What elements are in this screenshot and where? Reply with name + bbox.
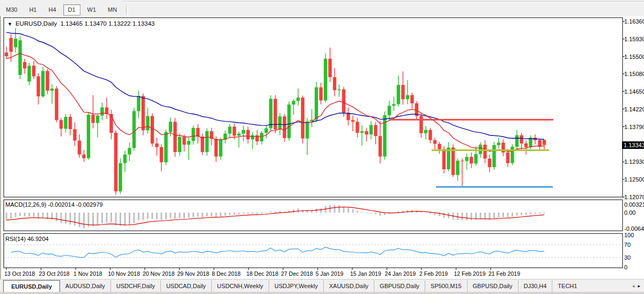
chart-symbol-label: EURUSD,Daily	[16, 20, 57, 27]
date-axis[interactable]: 13 Oct 201823 Oct 20181 Nov 201810 Nov 2…	[0, 269, 622, 279]
timeframe-button-h4[interactable]: H4	[43, 4, 61, 16]
date-axis-label: 10 Nov 2018	[108, 270, 140, 277]
chart-tab-tech1[interactable]: TECH1	[552, 280, 582, 292]
candle-body	[123, 154, 127, 163]
timeframe-button-h1[interactable]: H1	[24, 4, 41, 16]
candle-body	[82, 154, 85, 158]
timeframe-button-m30[interactable]: M30	[1, 4, 22, 16]
candle-body	[410, 95, 413, 103]
candle-body	[283, 116, 286, 138]
candle-body	[470, 157, 473, 163]
candle-body	[109, 114, 113, 133]
chart-tab-usdcad-daily[interactable]: USDCAD,Daily	[160, 280, 211, 292]
chart-tab-usdcnh-weekly[interactable]: USDCNH,Weekly	[211, 280, 269, 292]
candle-body	[169, 122, 172, 132]
candle-body	[137, 96, 140, 111]
chart-tab-gbpusd-daily[interactable]: GBPUSD,Daily	[467, 280, 518, 292]
timeframe-toolbar: M30H1H4D1W1MN	[0, 3, 644, 17]
candle-body	[164, 132, 167, 162]
candle-body	[360, 131, 364, 133]
chart-window: ▼EURUSD,Daily 1.13465 1.13470 1.13222 1.…	[0, 16, 644, 279]
price-axis-label: 1.15500	[624, 54, 644, 60]
date-axis-label: 12 Feb 2019	[454, 270, 486, 277]
candle-body	[73, 129, 76, 140]
chart-tab-sp500-m15[interactable]: SP500,M15	[425, 280, 467, 292]
candle-body	[255, 135, 258, 141]
candle-body	[78, 140, 81, 154]
candle-body	[520, 135, 523, 144]
candle-body	[237, 134, 240, 136]
candle-body	[233, 127, 236, 136]
tabs-scroll-right-icon[interactable]: ▸	[636, 283, 642, 289]
timeframe-button-mn[interactable]: MN	[103, 4, 122, 16]
chart-tab-xauusd-daily[interactable]: XAUUSD,Daily	[323, 280, 374, 292]
price-axis-label: 1.14220	[624, 106, 644, 112]
chart-canvas[interactable]	[1, 16, 644, 294]
rsi-line	[11, 247, 545, 258]
chart-tab-dj30-h4[interactable]: DJ30,H4	[518, 280, 552, 292]
toolbar-groove	[122, 1, 644, 2]
chart-title: ▼EURUSD,Daily 1.13465 1.13470 1.13222 1.…	[8, 20, 155, 27]
candle-body	[87, 115, 90, 158]
tabs-scroll-left-icon[interactable]: ◂	[631, 283, 636, 289]
price-axis-label: 1.15080	[624, 71, 644, 77]
timeframe-button-d1[interactable]: D1	[63, 4, 80, 16]
candle-body	[23, 62, 26, 69]
date-axis-label: 8 Dec 2018	[212, 270, 241, 277]
chart-tab-audusd-daily[interactable]: AUDUSD,Daily	[60, 280, 110, 292]
candle-body	[319, 87, 322, 100]
candle-body	[451, 147, 455, 175]
date-axis-label: 15 Jan 2019	[350, 270, 381, 277]
timeframe-button-w1[interactable]: W1	[83, 4, 101, 16]
candle-body	[337, 89, 340, 91]
candle-body	[191, 128, 195, 141]
candle-body	[18, 40, 21, 75]
rsi-axis-label: 30	[624, 254, 631, 261]
candle-body	[146, 116, 149, 131]
candle-body	[142, 96, 145, 130]
candle-body	[128, 148, 131, 154]
price-axis-label: 1.12500	[624, 176, 644, 183]
candle-body	[100, 108, 103, 116]
chart-tabbar: EURUSD,DailyAUDUSD,DailyUSDCHF,DailyUSDC…	[0, 280, 644, 292]
candle-body	[442, 149, 446, 169]
date-axis-label: 23 Oct 2018	[39, 270, 70, 277]
date-axis-label: 13 Oct 2018	[4, 270, 35, 277]
candle-body	[351, 120, 354, 122]
date-axis-label: 18 Dec 2018	[247, 270, 279, 277]
candle-body	[438, 144, 441, 149]
chart-tab-eurusd-daily[interactable]: EURUSD,Daily	[3, 280, 60, 292]
candle-body	[205, 131, 209, 152]
candle-body	[388, 106, 391, 116]
candle-body	[32, 66, 35, 77]
chevron-down-icon[interactable]: ▼	[8, 21, 12, 27]
candle-body	[228, 127, 231, 134]
candle-body	[242, 130, 245, 134]
candle-body	[543, 140, 546, 145]
chart-tab-usdjpy-weekly[interactable]: USDJPY,Weekly	[269, 280, 323, 292]
candle-body	[64, 117, 67, 129]
candle-body	[60, 120, 63, 129]
candle-body	[160, 147, 163, 162]
candle-body	[297, 97, 300, 101]
candle-body	[219, 140, 222, 156]
chart-tab-gbpusd-daily[interactable]: GBPUSD,Daily	[374, 280, 425, 292]
candle-body	[465, 157, 468, 161]
candle-body	[269, 99, 272, 129]
candle-body	[114, 133, 117, 191]
candle-body	[515, 135, 519, 147]
candle-body	[479, 145, 482, 154]
chart-tab-usdchf-daily[interactable]: USDCHF,Daily	[110, 280, 160, 292]
macd-indicator-label: MACD(12,26,9) -0.002014 -0.002979	[5, 201, 103, 208]
candle-body	[456, 161, 459, 175]
candlestick-series	[5, 28, 546, 194]
price-axis-label: 1.16360	[624, 18, 644, 25]
mt4-window: { "toolbar": { "timeframes": ["M30","H1"…	[0, 0, 644, 294]
candle-body	[424, 130, 427, 133]
date-axis-label: 27 Dec 2018	[281, 270, 313, 277]
candle-body	[264, 129, 268, 133]
candle-body	[510, 147, 514, 163]
candle-body	[260, 133, 263, 141]
candle-body	[196, 128, 199, 137]
candle-body	[173, 122, 176, 152]
